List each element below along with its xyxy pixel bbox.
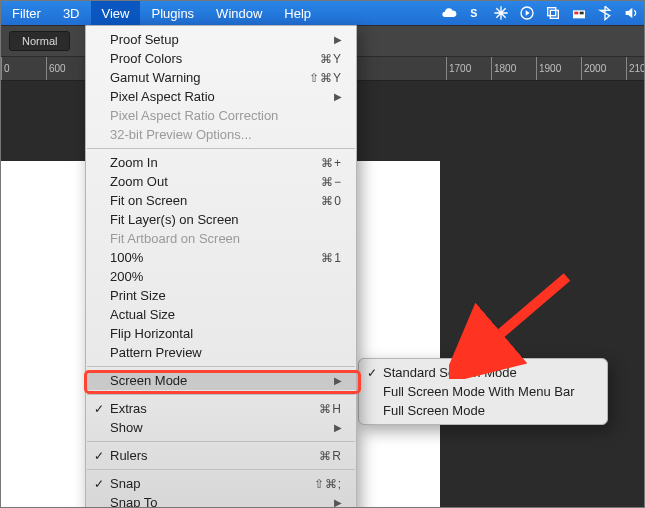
menu-plugins[interactable]: Plugins: [140, 1, 205, 25]
submenu-item-label: Standard Screen Mode: [383, 365, 593, 380]
check-icon: ✓: [367, 366, 377, 380]
submenu-item-standard-screen-mode[interactable]: ✓Standard Screen Mode: [359, 363, 607, 382]
submenu-arrow-icon: ▶: [334, 91, 342, 102]
menu-item-extras[interactable]: ✓Extras⌘H: [86, 399, 356, 418]
screen-mode-submenu: ✓Standard Screen ModeFull Screen Mode Wi…: [358, 358, 608, 425]
menu-item-flip-horizontal[interactable]: Flip Horizontal: [86, 324, 356, 343]
menu-item-label: Fit on Screen: [110, 193, 321, 208]
check-icon: ✓: [94, 449, 104, 463]
bluetooth-icon[interactable]: [592, 1, 618, 25]
menu-item-label: Pattern Preview: [110, 345, 342, 360]
menu-item-100[interactable]: 100%⌘1: [86, 248, 356, 267]
menu-item-32-bit-preview-options: 32-bit Preview Options...: [86, 125, 356, 144]
menu-item-label: Screen Mode: [110, 373, 334, 388]
menu-item-label: Actual Size: [110, 307, 342, 322]
menu-item-label: Pixel Aspect Ratio Correction: [110, 108, 342, 123]
menu-item-label: Snap To: [110, 495, 334, 508]
submenu-item-label: Full Screen Mode With Menu Bar: [383, 384, 593, 399]
check-icon: ✓: [94, 477, 104, 491]
menu-separator: [87, 469, 355, 470]
menu-item-label: Proof Setup: [110, 32, 334, 47]
submenu-arrow-icon: ▶: [334, 375, 342, 386]
check-icon: ✓: [94, 402, 104, 416]
submenu-arrow-icon: ▶: [334, 497, 342, 508]
submenu-item-full-screen-mode-with-menu-bar[interactable]: Full Screen Mode With Menu Bar: [359, 382, 607, 401]
menu-item-proof-colors[interactable]: Proof Colors⌘Y: [86, 49, 356, 68]
menu-item-shortcut: ⌘R: [319, 449, 342, 463]
view-dropdown-menu: Proof Setup▶Proof Colors⌘YGamut Warning⇧…: [85, 25, 357, 508]
menu-item-actual-size[interactable]: Actual Size: [86, 305, 356, 324]
menu-item-label: Fit Layer(s) on Screen: [110, 212, 342, 227]
menu-item-shortcut: ⌘Y: [320, 52, 342, 66]
svg-rect-5: [574, 12, 578, 15]
menu-3d[interactable]: 3D: [52, 1, 91, 25]
menu-item-label: 200%: [110, 269, 342, 284]
menu-item-show[interactable]: Show▶: [86, 418, 356, 437]
menu-item-label: Extras: [110, 401, 319, 416]
ruler-tick: 1800: [491, 57, 516, 80]
submenu-item-full-screen-mode[interactable]: Full Screen Mode: [359, 401, 607, 420]
menu-filter[interactable]: Filter: [1, 1, 52, 25]
menu-item-pixel-aspect-ratio[interactable]: Pixel Aspect Ratio▶: [86, 87, 356, 106]
menu-separator: [87, 394, 355, 395]
menu-item-shortcut: ⌘1: [321, 251, 342, 265]
svg-rect-2: [548, 8, 556, 16]
menu-item-label: Show: [110, 420, 334, 435]
ruler-tick: 2000: [581, 57, 606, 80]
submenu-arrow-icon: ▶: [334, 422, 342, 433]
ruler-tick: 2100: [626, 57, 644, 80]
menu-item-200[interactable]: 200%: [86, 267, 356, 286]
menu-item-snap[interactable]: ✓Snap⇧⌘;: [86, 474, 356, 493]
s-icon[interactable]: S: [462, 1, 488, 25]
svg-text:S: S: [470, 7, 477, 19]
menu-item-label: 100%: [110, 250, 321, 265]
menu-item-gamut-warning[interactable]: Gamut Warning⇧⌘Y: [86, 68, 356, 87]
menu-item-zoom-in[interactable]: Zoom In⌘+: [86, 153, 356, 172]
menu-item-zoom-out[interactable]: Zoom Out⌘−: [86, 172, 356, 191]
app-menubar: Filter 3D View Plugins Window Help S: [1, 1, 644, 25]
menu-item-label: 32-bit Preview Options...: [110, 127, 342, 142]
menu-item-snap-to[interactable]: Snap To▶: [86, 493, 356, 508]
menu-item-pattern-preview[interactable]: Pattern Preview: [86, 343, 356, 362]
menu-item-shortcut: ⇧⌘Y: [309, 71, 342, 85]
menu-item-shortcut: ⌘0: [321, 194, 342, 208]
submenu-item-label: Full Screen Mode: [383, 403, 593, 418]
submenu-arrow-icon: ▶: [334, 34, 342, 45]
menu-item-label: Snap: [110, 476, 314, 491]
blend-mode-select[interactable]: Normal: [9, 31, 70, 51]
menu-separator: [87, 441, 355, 442]
menu-window[interactable]: Window: [205, 1, 273, 25]
menu-item-label: Zoom Out: [110, 174, 321, 189]
svg-rect-3: [550, 10, 558, 18]
menu-item-fit-layer-s-on-screen[interactable]: Fit Layer(s) on Screen: [86, 210, 356, 229]
menu-item-label: Zoom In: [110, 155, 321, 170]
play-circle-icon[interactable]: [514, 1, 540, 25]
volume-icon[interactable]: [618, 1, 644, 25]
ruler-tick: 1900: [536, 57, 561, 80]
ruler-tick: 600: [46, 57, 66, 80]
menu-item-label: Print Size: [110, 288, 342, 303]
menu-view[interactable]: View: [91, 1, 141, 25]
ruler-tick: 0: [1, 57, 10, 80]
menu-item-shortcut: ⌘H: [319, 402, 342, 416]
menu-item-label: Proof Colors: [110, 51, 320, 66]
menu-help[interactable]: Help: [273, 1, 322, 25]
menu-item-label: Rulers: [110, 448, 319, 463]
menu-item-fit-on-screen[interactable]: Fit on Screen⌘0: [86, 191, 356, 210]
cloud-icon[interactable]: [436, 1, 462, 25]
menu-item-proof-setup[interactable]: Proof Setup▶: [86, 30, 356, 49]
menu-separator: [87, 366, 355, 367]
ruler-tick: 1700: [446, 57, 471, 80]
toolbox-icon[interactable]: [566, 1, 592, 25]
snowflake-icon[interactable]: [488, 1, 514, 25]
menu-item-pixel-aspect-ratio-correction: Pixel Aspect Ratio Correction: [86, 106, 356, 125]
menu-item-screen-mode[interactable]: Screen Mode▶: [86, 371, 356, 390]
menu-item-fit-artboard-on-screen: Fit Artboard on Screen: [86, 229, 356, 248]
windows-icon[interactable]: [540, 1, 566, 25]
menu-item-rulers[interactable]: ✓Rulers⌘R: [86, 446, 356, 465]
menu-item-shortcut: ⇧⌘;: [314, 477, 342, 491]
menu-item-label: Pixel Aspect Ratio: [110, 89, 334, 104]
menu-item-shortcut: ⌘−: [321, 175, 342, 189]
menu-item-print-size[interactable]: Print Size: [86, 286, 356, 305]
menu-item-label: Flip Horizontal: [110, 326, 342, 341]
